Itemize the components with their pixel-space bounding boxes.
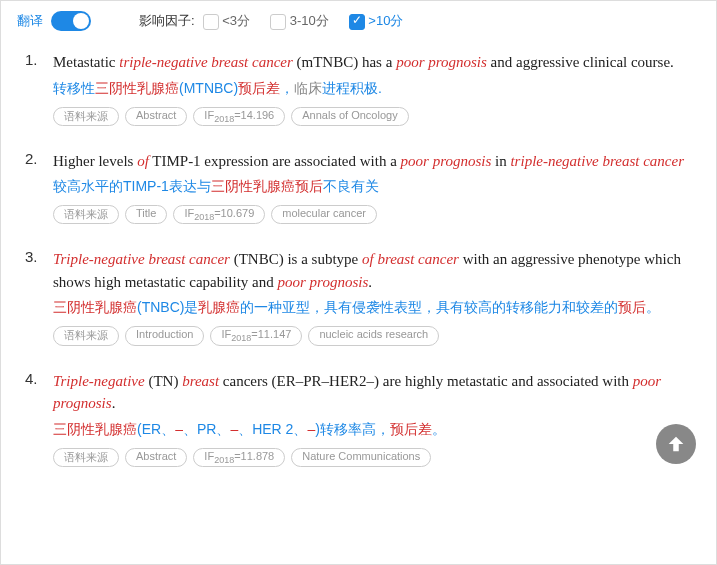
translate-toggle[interactable] [51,11,91,31]
tag-1[interactable]: IF2018=14.196 [193,107,285,126]
english-text: Higher levels of TIMP-1 expression are a… [53,150,692,173]
chinese-translation: 较高水平的TIMP-1表达与三阴性乳腺癌预后不良有关 [53,176,692,197]
result-item: 4.Triple-negative (TN) breast cancers (E… [25,370,692,467]
results-list: 1.Metastatic triple-negative breast canc… [1,41,716,501]
factor-checkbox-2[interactable] [349,14,365,30]
tag-2[interactable]: molecular cancer [271,205,377,224]
chinese-translation: 三阴性乳腺癌(TNBC)是乳腺癌的一种亚型，具有侵袭性表型，具有较高的转移能力和… [53,297,692,318]
tag-0[interactable]: Abstract [125,107,187,126]
tag-2[interactable]: nucleic acids research [308,326,439,345]
factor-label: 影响因子: [139,12,195,30]
tag-0[interactable]: Introduction [125,326,204,345]
tag-0[interactable]: Abstract [125,448,187,467]
tag-row: 语料来源AbstractIF2018=11.878Nature Communic… [53,448,692,467]
english-text: Triple-negative (TN) breast cancers (ER–… [53,370,692,415]
filter-bar: 翻译 影响因子: <3分 3-10分 >10分 [1,1,716,41]
tag-source[interactable]: 语料来源 [53,107,119,126]
translate-label: 翻译 [17,12,43,30]
tag-source[interactable]: 语料来源 [53,326,119,345]
scroll-top-button[interactable] [656,424,696,464]
tag-source[interactable]: 语料来源 [53,448,119,467]
result-item: 3.Triple-negative breast cancer (TNBC) i… [25,248,692,345]
tag-0[interactable]: Title [125,205,167,224]
factor-label-2: >10分 [365,13,404,28]
arrow-up-icon [665,433,687,455]
result-number: 3. [25,248,43,345]
tag-1[interactable]: IF2018=11.147 [210,326,302,345]
tag-source[interactable]: 语料来源 [53,205,119,224]
english-text: Metastatic triple-negative breast cancer… [53,51,692,74]
result-number: 4. [25,370,43,467]
chinese-translation: 转移性三阴性乳腺癌(MTNBC)预后差，临床进程积极. [53,78,692,99]
result-number: 2. [25,150,43,225]
tag-1[interactable]: IF2018=11.878 [193,448,285,467]
result-number: 1. [25,51,43,126]
tag-1[interactable]: IF2018=10.679 [173,205,265,224]
tag-row: 语料来源AbstractIF2018=14.196Annals of Oncol… [53,107,692,126]
tag-2[interactable]: Annals of Oncology [291,107,408,126]
tag-row: 语料来源TitleIF2018=10.679molecular cancer [53,205,692,224]
result-item: 2.Higher levels of TIMP-1 expression are… [25,150,692,225]
chinese-translation: 三阴性乳腺癌(ER、–、PR、–、HER 2、–)转移率高，预后差。 [53,419,692,440]
english-text: Triple-negative breast cancer (TNBC) is … [53,248,692,293]
tag-row: 语料来源IntroductionIF2018=11.147nucleic aci… [53,326,692,345]
factor-checkbox-0[interactable] [203,14,219,30]
factor-label-0: <3分 [219,13,250,28]
tag-2[interactable]: Nature Communications [291,448,431,467]
factor-checkbox-1[interactable] [270,14,286,30]
result-item: 1.Metastatic triple-negative breast canc… [25,51,692,126]
factor-label-1: 3-10分 [286,13,329,28]
